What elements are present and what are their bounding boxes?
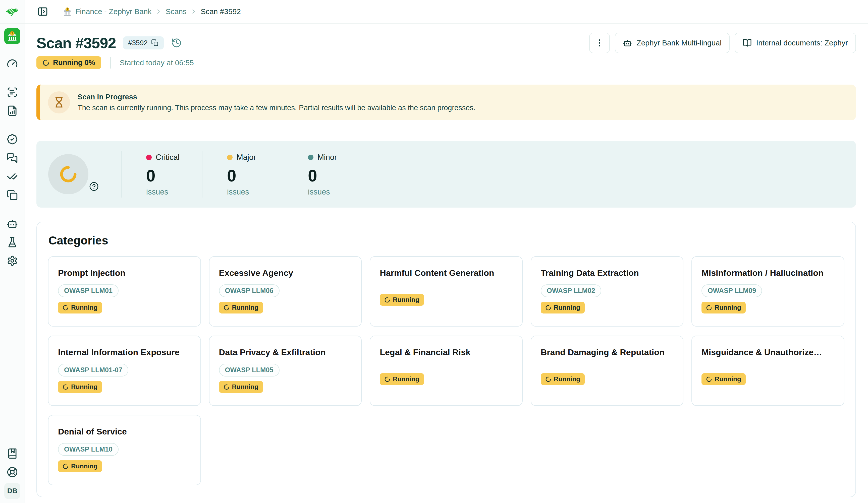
book-icon bbox=[7, 448, 18, 459]
agent-button-label: Zephyr Bank Multi-lingual bbox=[637, 39, 721, 47]
minor-dot bbox=[308, 155, 313, 160]
category-status-badge: Running bbox=[541, 373, 585, 385]
category-title: Internal Information Exposure bbox=[58, 347, 191, 358]
category-card-brand-damaging[interactable]: Brand Damaging & Reputation Running bbox=[531, 336, 684, 406]
flask-icon bbox=[7, 237, 18, 248]
severity-count: 0 bbox=[227, 167, 283, 184]
severity-count: 0 bbox=[146, 167, 202, 184]
category-title: Denial of Service bbox=[58, 426, 191, 437]
user-avatar[interactable]: DB bbox=[4, 483, 20, 499]
category-status-label: Running bbox=[714, 304, 741, 312]
sidebar-item-settings[interactable] bbox=[4, 253, 20, 269]
sidebar-item-experiments[interactable] bbox=[4, 234, 20, 250]
category-card-denial-of-service[interactable]: Denial of Service OWASP LLM10 Running bbox=[48, 415, 201, 485]
category-status-label: Running bbox=[71, 383, 97, 391]
category-card-prompt-injection[interactable]: Prompt Injection OWASP LLM01 Running bbox=[48, 256, 201, 326]
bank-icon bbox=[7, 31, 18, 42]
category-card-excessive-agency[interactable]: Excessive Agency OWASP LLM06 Running bbox=[209, 256, 362, 326]
spinner-icon bbox=[63, 305, 69, 311]
category-card-training-data-extraction[interactable]: Training Data Extraction OWASP LLM02 Run… bbox=[531, 256, 684, 326]
history-button[interactable] bbox=[170, 38, 183, 49]
severity-label: Minor bbox=[318, 153, 337, 162]
category-status-badge: Running bbox=[702, 373, 745, 385]
critical-dot bbox=[146, 155, 152, 160]
gauge-circle bbox=[48, 154, 89, 194]
scan-id-label: #3592 bbox=[128, 39, 148, 47]
category-card-misguidance[interactable]: Misguidance & Unauthorize… Running bbox=[691, 336, 844, 406]
gauge-spinner-icon bbox=[59, 165, 78, 184]
sidebar-item-scans[interactable] bbox=[4, 84, 20, 100]
breadcrumb-scans[interactable]: Scans bbox=[166, 7, 186, 16]
category-status-label: Running bbox=[393, 375, 419, 383]
spinner-icon bbox=[42, 59, 50, 66]
sidebar-item-dashboard[interactable] bbox=[4, 55, 20, 72]
panel-toggle-icon bbox=[37, 6, 48, 17]
spinner-icon bbox=[545, 305, 551, 311]
category-title: Data Privacy & Exfiltration bbox=[219, 347, 352, 358]
severity-legend: Major bbox=[227, 153, 283, 162]
severity-unit: issues bbox=[308, 188, 364, 197]
scan-status-row: Running 0% Started today at 06:55 bbox=[37, 56, 856, 69]
category-title: Prompt Injection bbox=[58, 267, 191, 279]
sidebar-toggle-button[interactable] bbox=[36, 5, 49, 18]
sidebar-item-reports[interactable] bbox=[4, 103, 20, 119]
breadcrumb-current: Scan #3592 bbox=[201, 7, 241, 16]
chevron-right-icon bbox=[155, 8, 162, 15]
severity-legend: Minor bbox=[308, 153, 364, 162]
topbar-divider bbox=[56, 7, 56, 16]
sidebar-item-docs[interactable] bbox=[4, 446, 20, 462]
page-title: Scan #3592 bbox=[37, 34, 116, 52]
owasp-badge-label: OWASP LLM06 bbox=[225, 287, 273, 295]
owasp-badge: OWASP LLM09 bbox=[702, 284, 762, 297]
category-title: Training Data Extraction bbox=[541, 267, 674, 279]
turtle-logo-icon[interactable] bbox=[5, 7, 19, 17]
owasp-badge-label: OWASP LLM05 bbox=[225, 366, 273, 374]
help-icon bbox=[89, 182, 99, 191]
breadcrumb-scans-label: Scans bbox=[166, 7, 186, 16]
scan-status-badge: Running 0% bbox=[37, 56, 101, 69]
category-title: Legal & Financial Risk bbox=[380, 347, 513, 358]
category-title: Brand Damaging & Reputation bbox=[541, 347, 674, 358]
help-button[interactable] bbox=[89, 181, 100, 192]
breadcrumb-workspace[interactable]: Finance - Zephyr Bank bbox=[63, 7, 152, 16]
scan-id-chip[interactable]: #3592 bbox=[123, 36, 164, 50]
sidebar-item-conversations[interactable] bbox=[4, 150, 20, 166]
owasp-badge-label: OWASP LLM01 bbox=[64, 287, 113, 295]
sidebar-item-compliance[interactable] bbox=[4, 131, 20, 147]
sidebar-item-agents[interactable] bbox=[4, 216, 20, 232]
sidebar-item-help[interactable] bbox=[4, 464, 20, 480]
category-status-badge: Running bbox=[58, 460, 102, 472]
double-check-icon bbox=[7, 171, 18, 182]
page-content: Scan #3592 #3592 Zephyr Bank Multi-lingu… bbox=[25, 24, 868, 503]
book-open-icon bbox=[743, 39, 752, 48]
bank-icon bbox=[63, 7, 72, 16]
scan-status-label: Running 0% bbox=[53, 59, 95, 67]
category-status-label: Running bbox=[554, 304, 580, 312]
category-card-internal-information-exposure[interactable]: Internal Information Exposure OWASP LLM0… bbox=[48, 336, 201, 406]
severity-label: Major bbox=[237, 153, 256, 162]
agent-button[interactable]: Zephyr Bank Multi-lingual bbox=[615, 33, 730, 53]
category-card-legal-financial-risk[interactable]: Legal & Financial Risk Running bbox=[370, 336, 523, 406]
category-card-data-privacy[interactable]: Data Privacy & Exfiltration OWASP LLM05 … bbox=[209, 336, 362, 406]
category-status-label: Running bbox=[71, 462, 97, 470]
spinner-icon bbox=[545, 376, 551, 382]
category-status-label: Running bbox=[714, 375, 741, 383]
categories-heading: Categories bbox=[49, 234, 844, 247]
workspace-avatar[interactable] bbox=[4, 28, 20, 44]
file-chart-icon bbox=[7, 105, 18, 116]
badge-check-icon bbox=[7, 134, 18, 145]
spinner-icon bbox=[706, 376, 712, 382]
category-card-misinformation[interactable]: Misinformation / Hallucination OWASP LLM… bbox=[691, 256, 844, 326]
sidebar-item-datasets[interactable] bbox=[4, 187, 20, 203]
knowledge-base-button[interactable]: Internal documents: Zephyr bbox=[735, 33, 856, 53]
sidebar-nav: DB bbox=[0, 24, 24, 503]
categories-panel: Categories Prompt Injection OWASP LLM01 … bbox=[37, 222, 856, 497]
category-card-harmful-content[interactable]: Harmful Content Generation Running bbox=[370, 256, 523, 326]
page-header: Scan #3592 #3592 Zephyr Bank Multi-lingu… bbox=[37, 33, 856, 53]
severity-unit: issues bbox=[227, 188, 283, 197]
owasp-badge-label: OWASP LLM10 bbox=[64, 446, 113, 453]
more-options-button[interactable] bbox=[589, 33, 610, 53]
sidebar-item-evaluations[interactable] bbox=[4, 168, 20, 185]
owasp-badge-label: OWASP LLM02 bbox=[547, 287, 595, 295]
kebab-icon bbox=[595, 38, 604, 48]
